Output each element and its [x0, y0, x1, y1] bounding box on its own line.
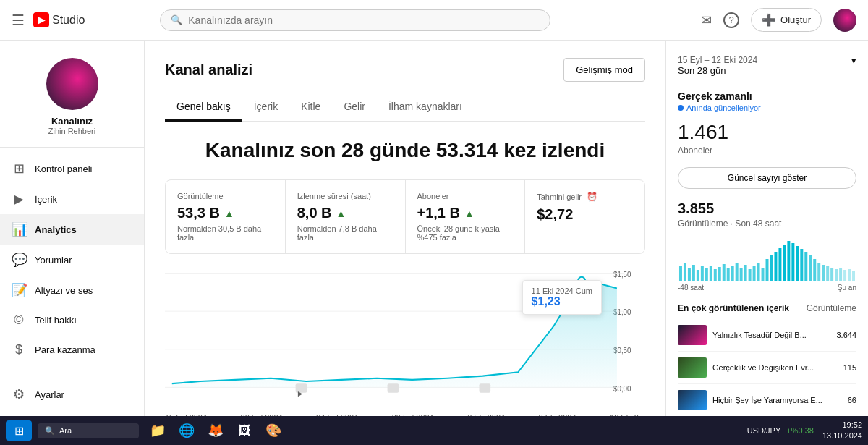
svg-rect-40	[796, 246, 799, 281]
taskbar-search[interactable]: 🔍 Ara	[38, 423, 139, 438]
sidebar-label-yorumlar: Yorumlar	[35, 255, 72, 266]
content-views-1: 115	[843, 363, 856, 372]
content-item-1[interactable]: Gerçeklik ve Değişiken Evr... 115	[678, 352, 856, 384]
stat-value-views: 53,3 B ▲	[177, 205, 273, 221]
show-count-button[interactable]: Güncel sayıyı göster	[678, 167, 856, 189]
stat-box-views: Görüntüleme 53,3 B ▲ Normalden 30,5 B da…	[166, 180, 286, 253]
help-icon[interactable]: ?	[723, 12, 739, 28]
subscriber-label: Aboneler	[678, 145, 856, 156]
svg-rect-44	[813, 259, 816, 281]
sidebar-item-telif[interactable]: © Telif hakkı	[0, 305, 144, 335]
taskbar-ps-icon[interactable]: 🎨	[260, 418, 286, 444]
avatar[interactable]	[833, 9, 856, 32]
main-content: Kanal analizi Gelişmiş mod Genel bakış İ…	[145, 41, 665, 445]
right-panel: 15 Eyl – 12 Eki 2024 Son 28 gün ▾ Gerçek…	[665, 41, 868, 445]
date-range-text: 15 Eyl – 12 Eki 2024	[678, 55, 757, 65]
svg-rect-46	[822, 265, 825, 281]
mini-chart-label-left: -48 saat	[678, 284, 704, 292]
svg-rect-31	[757, 263, 760, 281]
tab-ilham[interactable]: İlham kaynakları	[377, 93, 474, 122]
profile-avatar[interactable]	[46, 58, 98, 110]
tooltip-date: 11 Eki 2024 Cum	[532, 287, 592, 295]
content-col-label: Görüntüleme	[807, 303, 856, 313]
realtime-header: Gerçek zamanlı Anında güncelleniyor	[678, 90, 856, 112]
currency-change: +%0,38	[786, 426, 814, 435]
sidebar-item-kontrol-paneli[interactable]: ⊞ Kontrol paneli	[0, 153, 144, 184]
chevron-down-icon: ▾	[851, 55, 856, 66]
svg-text:$1,50: $1,50	[613, 270, 631, 278]
stat-label-subs: Aboneler	[417, 192, 514, 200]
taskbar-search-label: Ara	[59, 426, 72, 435]
svg-rect-34	[770, 255, 773, 281]
main-header: Kanal analizi Gelişmiş mod	[165, 58, 645, 82]
tab-genel[interactable]: Genel bakış	[165, 93, 242, 122]
content-views-0: 3.644	[836, 331, 856, 339]
svg-rect-32	[762, 268, 765, 281]
search-bar[interactable]: 🔍	[160, 9, 550, 31]
yorumlar-icon: 💬	[12, 252, 26, 268]
sidebar-label-para: Para kazanma	[35, 344, 95, 355]
sidebar-item-altyazi[interactable]: 📝 Altyazı ve ses	[0, 275, 144, 305]
svg-rect-38	[787, 241, 790, 281]
currency-label: USD/JPY	[747, 426, 780, 435]
tab-kitle[interactable]: Kitle	[289, 93, 332, 122]
content-name-0: Yalnızlık Tesadüf Değil B...	[712, 331, 830, 339]
hamburger-icon[interactable]: ☰	[12, 12, 25, 29]
content-item-2[interactable]: Hiçbir Şey İşe Yaramıyorsa E... 66	[678, 384, 856, 417]
taskbar-icons: 📁 🌐 🦊 🖼 🎨	[145, 418, 286, 444]
stat-up-views: ▲	[224, 208, 234, 219]
tab-icerik[interactable]: İçerik	[242, 93, 289, 122]
taskbar-app1-icon[interactable]: 🖼	[231, 418, 258, 444]
svg-rect-35	[774, 252, 777, 281]
svg-rect-11	[388, 383, 399, 393]
chart-area: $1,50 $1,00 $0,50 $0,00	[165, 266, 645, 410]
tabs: Genel bakış İçerik Kitle Gelir İlham kay…	[165, 93, 645, 122]
content-item-0[interactable]: Yalnızlık Tesadüf Değil B... 3.644	[678, 319, 856, 352]
stat-label-duration: İzlenme süresi (saat)	[297, 192, 393, 200]
sidebar-item-analytics[interactable]: 📊 Analytics	[0, 214, 144, 245]
sidebar-item-para[interactable]: $ Para kazanma	[0, 335, 144, 365]
taskbar-explorer-icon[interactable]: 📁	[145, 418, 171, 444]
message-icon[interactable]: ✉	[701, 12, 712, 28]
svg-rect-26	[736, 263, 739, 281]
svg-rect-28	[744, 265, 747, 281]
advanced-button[interactable]: Gelişmiş mod	[563, 58, 645, 82]
stats-row: Görüntüleme 53,3 B ▲ Normalden 30,5 B da…	[165, 179, 645, 254]
content-header-title: En çok görüntülenen içerik	[678, 303, 789, 313]
create-button[interactable]: ➕ Oluştur	[751, 8, 822, 32]
profile-sub: Zihin Rehberi	[48, 127, 95, 135]
content-thumb-1	[678, 357, 707, 378]
sidebar-label-icerik: İçerik	[35, 194, 57, 205]
sidebar-item-ayarlar[interactable]: ⚙ Ayarlar	[0, 379, 144, 410]
svg-rect-19	[705, 268, 708, 281]
mini-chart	[678, 237, 856, 281]
mini-chart-label-right: Şu an	[838, 284, 856, 292]
sidebar-item-yorumlar[interactable]: 💬 Yorumlar	[0, 245, 144, 275]
svg-rect-41	[800, 249, 803, 281]
svg-rect-20	[710, 266, 712, 281]
icerik-icon: ▶	[12, 191, 26, 207]
date-range-selector[interactable]: 15 Eyl – 12 Eki 2024 Son 28 gün ▾	[678, 55, 856, 76]
stat-label-views: Görüntüleme	[177, 192, 273, 200]
svg-rect-24	[727, 268, 730, 281]
chart-container: $1,50 $1,00 $0,50 $0,00	[165, 266, 645, 410]
tab-gelir[interactable]: Gelir	[332, 93, 377, 122]
taskbar-firefox-icon[interactable]: 🦊	[203, 418, 229, 444]
content-thumb-0	[678, 325, 707, 345]
start-button[interactable]: ⊞	[6, 420, 32, 441]
yt-logo-icon: ▶	[33, 12, 49, 27]
chart-tooltip: 11 Eki 2024 Cum $1,23	[522, 280, 602, 315]
avatar-image	[833, 9, 856, 32]
sidebar-item-icerik[interactable]: ▶ İçerik	[0, 184, 144, 214]
layout: Kanalınız Zihin Rehberi ⊞ Kontrol paneli…	[0, 41, 868, 445]
yt-logo[interactable]: ▶ Studio	[33, 12, 85, 27]
taskbar-right: USD/JPY +%0,38 19:52 13.10.2024	[747, 420, 862, 442]
svg-rect-23	[723, 264, 726, 281]
search-input[interactable]	[188, 14, 540, 26]
date-display: 13.10.2024	[822, 431, 862, 441]
taskbar-chrome-icon[interactable]: 🌐	[174, 418, 200, 444]
svg-rect-52	[848, 269, 851, 281]
big-stat: Kanalınız son 28 günde 53.314 kez izlend…	[165, 139, 645, 162]
realtime-sub: Anında güncelleniyor	[678, 103, 856, 112]
svg-rect-30	[753, 266, 756, 281]
